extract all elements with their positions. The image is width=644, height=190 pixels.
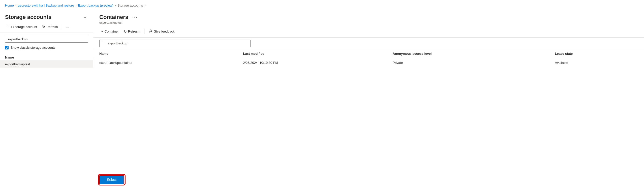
add-container-button[interactable]: + Container <box>99 28 121 35</box>
give-feedback-button[interactable]: Give feedback <box>147 28 177 35</box>
show-classic-label[interactable]: Show classic storage accounts <box>11 46 55 49</box>
col-lease-state: Lease state <box>549 49 644 58</box>
svg-point-0 <box>150 30 151 31</box>
storage-search-input[interactable] <box>5 36 88 43</box>
right-toolbar: + Container Refresh Give feedback <box>93 25 644 38</box>
left-toolbar-separator <box>62 24 62 29</box>
cell-name: exportbackupcontainer <box>93 58 237 67</box>
col-last-modified: Last modified <box>237 49 386 58</box>
feedback-icon <box>149 29 152 34</box>
breadcrumb-sep-4: › <box>144 4 145 7</box>
right-panel: Containers ··· exportbackuptest + Contai… <box>93 10 644 188</box>
show-classic-checkbox[interactable] <box>5 46 9 49</box>
breadcrumb-sep-1: › <box>15 4 16 7</box>
list-item[interactable]: exportbackuptest <box>0 60 93 68</box>
left-toolbar: + Storage account Refresh ··· <box>0 23 93 33</box>
cell-access-level: Private <box>387 58 549 67</box>
table-header-row: Name Last modified Anonymous access leve… <box>93 49 644 58</box>
right-refresh-label: Refresh <box>128 30 140 33</box>
right-title-row: Containers ··· <box>99 14 638 20</box>
add-container-label: Container <box>105 30 119 33</box>
breadcrumb-sep-2: › <box>76 4 77 7</box>
col-access-level: Anonymous access level <box>387 49 549 58</box>
cell-last-modified: 2/26/2024, 10:10:30 PM <box>237 58 386 67</box>
left-refresh-button[interactable]: Refresh <box>40 23 60 30</box>
right-toolbar-separator <box>144 29 144 34</box>
add-container-plus-icon: + <box>101 30 103 33</box>
breadcrumb: Home › georestorewithha | Backup and res… <box>0 0 644 10</box>
filter-value: exportbackup <box>108 41 127 45</box>
filter-row: exportbackup <box>93 38 644 49</box>
left-more-button[interactable]: ··· <box>64 24 71 30</box>
storage-list-header: Name <box>0 55 93 60</box>
breadcrumb-storage-accounts: Storage accounts <box>117 4 143 7</box>
left-panel-title: Storage accounts <box>5 14 52 20</box>
containers-table: Name Last modified Anonymous access leve… <box>93 49 644 67</box>
containers-table-container: Name Last modified Anonymous access leve… <box>93 49 644 171</box>
right-panel-title: Containers <box>99 14 128 20</box>
right-header: Containers ··· exportbackuptest <box>93 10 644 25</box>
main-layout: Storage accounts « + Storage account Ref… <box>0 10 644 188</box>
breadcrumb-export-backup[interactable]: Export backup (preview) <box>78 4 113 7</box>
right-refresh-icon <box>124 30 127 34</box>
left-header: Storage accounts « <box>0 10 93 23</box>
left-refresh-icon <box>42 25 45 29</box>
plus-icon <box>7 25 9 29</box>
bottom-bar: Select <box>93 171 644 188</box>
col-name: Name <box>93 49 237 58</box>
left-refresh-label: Refresh <box>46 25 58 29</box>
add-storage-account-button[interactable]: + Storage account <box>5 23 39 30</box>
filter-input-box: exportbackup <box>99 40 251 47</box>
select-button[interactable]: Select <box>99 175 124 184</box>
filter-icon <box>102 41 106 45</box>
feedback-label: Give feedback <box>154 30 175 33</box>
right-panel-subtitle: exportbackuptest <box>99 21 638 24</box>
right-refresh-button[interactable]: Refresh <box>122 28 142 35</box>
breadcrumb-sep-3: › <box>115 4 116 7</box>
breadcrumb-home[interactable]: Home <box>5 4 14 7</box>
left-panel: Storage accounts « + Storage account Ref… <box>0 10 93 188</box>
add-storage-account-label: + Storage account <box>10 25 37 29</box>
classic-accounts-row: Show classic storage accounts <box>0 45 93 52</box>
collapse-button[interactable]: « <box>82 14 88 20</box>
table-row[interactable]: exportbackupcontainer 2/26/2024, 10:10:3… <box>93 58 644 67</box>
breadcrumb-backup-restore[interactable]: georestorewithha | Backup and restore <box>18 4 74 7</box>
storage-list-section: Name exportbackuptest <box>0 52 93 70</box>
storage-search-box <box>5 36 88 43</box>
containers-more-button[interactable]: ··· <box>131 14 139 20</box>
left-more-icon: ··· <box>66 25 69 29</box>
cell-lease-state: Available <box>549 58 644 67</box>
